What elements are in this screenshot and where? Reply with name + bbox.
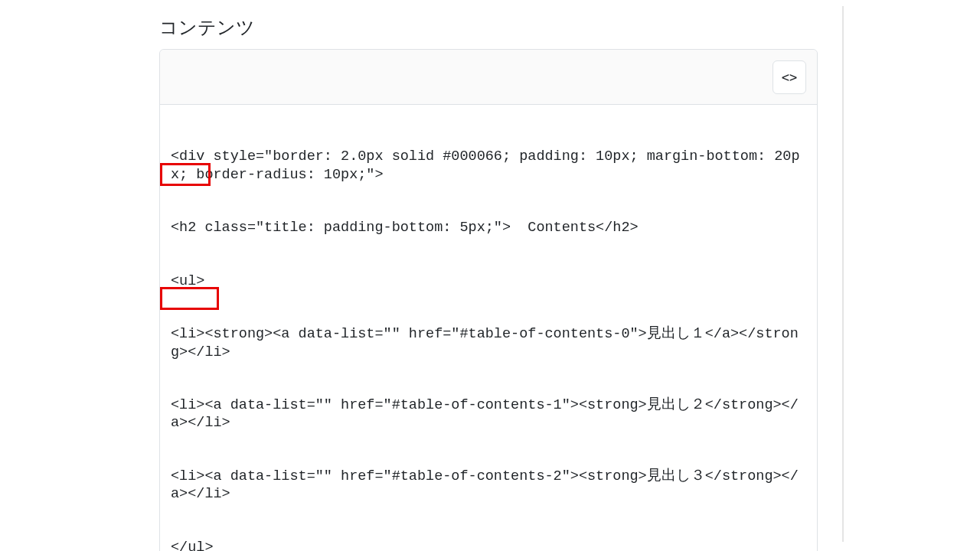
code-line: <li><a data-list="" href="#table-of-cont… (171, 468, 806, 503)
section-title: コンテンツ (159, 15, 980, 40)
code-brackets-icon: <> (782, 70, 797, 85)
code-view-button[interactable]: <> (773, 60, 806, 94)
code-line: <h2 class="title: padding-bottom: 5px;">… (171, 219, 806, 236)
code-line: </ul> (171, 539, 806, 551)
panel-toolbar: <> (160, 50, 817, 105)
code-line: <li><strong><a data-list="" href="#table… (171, 325, 806, 360)
code-line: <li><a data-list="" href="#table-of-cont… (171, 396, 806, 432)
highlight-box-ul-close (160, 287, 219, 310)
content-panel: <> <div style="border: 2.0px solid #0000… (159, 49, 818, 551)
code-line: <div style="border: 2.0px solid #000066;… (171, 148, 806, 183)
vertical-divider (842, 6, 844, 542)
code-line: <ul> (171, 272, 806, 290)
code-editor[interactable]: <div style="border: 2.0px solid #000066;… (160, 105, 817, 551)
